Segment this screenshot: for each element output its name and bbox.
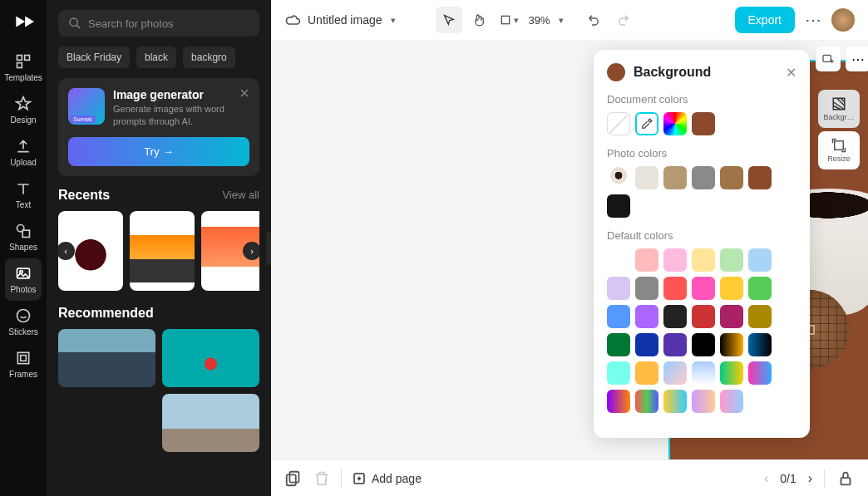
photo-thumb[interactable] [162, 394, 259, 452]
color-swatch[interactable] [720, 390, 743, 413]
document-title[interactable]: Untitled image [308, 13, 382, 27]
tag-item[interactable]: Black Friday [58, 47, 130, 68]
user-avatar[interactable] [831, 8, 855, 32]
nav-text[interactable]: Text [0, 174, 47, 216]
pages-icon[interactable] [284, 469, 303, 488]
color-swatch[interactable] [607, 112, 630, 135]
color-swatch[interactable] [635, 333, 658, 356]
try-button[interactable]: Try→ [68, 137, 249, 166]
crop-tool[interactable]: ▾ [496, 7, 522, 33]
color-swatch[interactable] [748, 361, 772, 385]
color-swatch[interactable] [635, 361, 658, 385]
photo-thumb[interactable] [162, 329, 259, 387]
color-swatch[interactable] [692, 248, 715, 272]
redo-button[interactable] [610, 7, 637, 33]
recommended-grid [58, 329, 259, 452]
color-swatch[interactable] [720, 248, 743, 272]
resize-tool[interactable]: Resize [818, 131, 860, 169]
svg-rect-2 [17, 63, 22, 68]
nav-design[interactable]: Design [0, 89, 47, 131]
color-swatch[interactable] [607, 194, 630, 218]
left-nav: Templates Design Upload Text Shapes Phot… [0, 0, 47, 496]
tag-item[interactable]: black [136, 47, 176, 68]
tag-item[interactable]: backgro [183, 47, 235, 68]
prev-page-button[interactable]: ‹ [764, 471, 768, 486]
color-swatch[interactable] [720, 333, 743, 356]
color-swatch[interactable] [692, 305, 715, 328]
photo-thumb[interactable] [58, 394, 155, 452]
color-swatch[interactable] [720, 361, 743, 385]
color-swatch[interactable] [663, 333, 687, 356]
nav-stickers[interactable]: Stickers [0, 301, 47, 343]
lock-icon[interactable] [836, 469, 855, 488]
background-popup: Background ✕ Document colors Photo color… [594, 50, 810, 438]
color-swatch[interactable] [607, 277, 630, 300]
canvas-more-button[interactable]: ⋯ [846, 47, 868, 71]
color-swatch[interactable] [663, 361, 687, 385]
color-swatch[interactable] [607, 166, 630, 189]
color-swatch[interactable] [635, 112, 658, 135]
color-swatch[interactable] [748, 248, 772, 272]
promo-thumbnail: Surreal [68, 88, 105, 125]
color-swatch[interactable] [663, 277, 687, 300]
color-swatch[interactable] [663, 248, 687, 272]
more-menu[interactable]: ⋯ [798, 10, 828, 30]
color-swatch[interactable] [663, 305, 687, 328]
color-swatch[interactable] [635, 305, 658, 328]
cursor-tool[interactable] [436, 7, 462, 33]
chevron-down-icon[interactable]: ▾ [391, 15, 396, 26]
nav-upload[interactable]: Upload [0, 131, 47, 174]
promo-card: Surreal Image generator Generate images … [58, 78, 259, 176]
color-swatch[interactable] [635, 277, 658, 300]
color-swatch[interactable] [692, 166, 715, 189]
nav-frames[interactable]: Frames [0, 343, 47, 386]
color-swatch[interactable] [635, 390, 658, 413]
search-input[interactable]: Search for photos [58, 10, 259, 37]
color-swatch[interactable] [607, 333, 630, 356]
color-swatch[interactable] [748, 166, 772, 189]
app-logo[interactable] [12, 10, 35, 33]
color-swatch[interactable] [635, 166, 658, 189]
color-swatch[interactable] [607, 248, 630, 272]
zoom-level[interactable]: 39% [525, 14, 554, 27]
undo-button[interactable] [580, 7, 607, 33]
add-element-button[interactable] [816, 47, 841, 71]
hand-tool[interactable] [466, 7, 492, 33]
color-swatch[interactable] [720, 305, 743, 328]
color-swatch[interactable] [635, 248, 658, 272]
scroll-right-button[interactable]: › [243, 242, 259, 260]
color-swatch[interactable] [748, 277, 772, 300]
next-page-button[interactable]: › [808, 471, 812, 486]
color-swatch[interactable] [692, 333, 715, 356]
export-button[interactable]: Export [735, 7, 795, 33]
color-swatch[interactable] [607, 305, 630, 328]
color-swatch[interactable] [607, 361, 630, 385]
color-swatch[interactable] [720, 166, 743, 189]
photo-thumb[interactable] [58, 329, 155, 387]
color-swatch[interactable] [748, 333, 772, 356]
color-swatch[interactable] [607, 390, 630, 413]
add-page-button[interactable]: Add page [352, 471, 422, 486]
nav-photos[interactable]: Photos [5, 258, 42, 301]
background-tool[interactable]: Backgr… [818, 90, 860, 128]
color-swatch[interactable] [720, 277, 743, 300]
color-swatch[interactable] [692, 361, 715, 385]
color-swatch[interactable] [663, 166, 687, 189]
chevron-down-icon[interactable]: ▾ [559, 15, 564, 26]
topbar: Untitled image ▾ ▾ 39% ▾ Export ⋯ [271, 0, 868, 40]
color-swatch[interactable] [748, 305, 772, 328]
cloud-sync-icon[interactable] [284, 12, 301, 28]
nav-templates[interactable]: Templates [0, 47, 47, 89]
color-swatch[interactable] [692, 112, 715, 135]
color-swatch[interactable] [692, 277, 715, 300]
recent-thumb[interactable] [130, 211, 195, 291]
close-icon[interactable]: ✕ [786, 65, 796, 81]
color-swatch[interactable] [663, 390, 687, 413]
sidebar-collapse-handle[interactable] [266, 232, 271, 265]
view-all-link[interactable]: View all [222, 189, 259, 201]
close-icon[interactable] [238, 86, 251, 100]
color-swatch[interactable] [692, 390, 715, 413]
color-swatch[interactable] [663, 112, 687, 135]
nav-shapes[interactable]: Shapes [0, 216, 47, 258]
svg-rect-1 [25, 56, 30, 61]
